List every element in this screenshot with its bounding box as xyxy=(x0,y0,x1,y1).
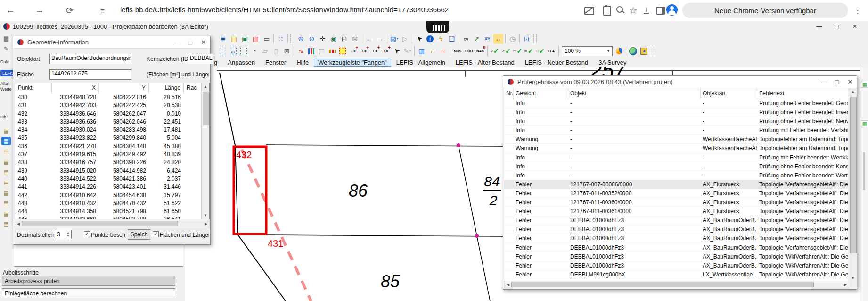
check-list-icon[interactable]: ≣✓ xyxy=(523,46,534,56)
select-dashed-icon[interactable] xyxy=(220,48,226,54)
results-table-row[interactable]: FehlerDEBBAL01000dhFz3AX_BauRaumOderB...… xyxy=(504,252,848,261)
text-move-icon[interactable]: Tx xyxy=(370,46,380,56)
col-objekt[interactable]: Objekt xyxy=(568,88,701,99)
ffa-icon[interactable]: FFA xyxy=(546,46,557,56)
check-v-icon[interactable]: v✓ xyxy=(489,46,500,56)
point-table-row[interactable]: 43033344948.7285804222.81620.516 xyxy=(15,93,209,101)
zoom-in-icon[interactable]: ⊕ xyxy=(296,34,306,44)
remote-display-icon[interactable]: ▣ xyxy=(240,34,250,44)
menu-lefis-alter-bestand[interactable]: LEFIS - Alter Bestand xyxy=(450,59,520,67)
view-back-icon[interactable]: ← xyxy=(364,34,374,44)
geometry-dialog-titlebar[interactable]: Geometrie-Information — ▢ ✕ xyxy=(13,36,210,49)
results-table-row[interactable]: FehlerDEBBAL01000dhFz3AX_BauRaumOderB...… xyxy=(504,216,848,225)
results-table-row[interactable]: FehlerDEBBAL01000dhFz3AX_BauRaumOderB...… xyxy=(504,261,848,270)
results-table-row[interactable]: Info--Prüfung mit Fehler beendet: Wertkl… xyxy=(504,153,848,162)
sidebar-layer-icon[interactable]: ▤ xyxy=(1,199,11,208)
results-table-row[interactable]: Info--Prüfung ohne Fehler beendet: Inver… xyxy=(504,108,848,117)
selection-history-icon[interactable]: ◔ xyxy=(249,46,259,56)
browser-back-icon[interactable]: ← xyxy=(4,4,17,17)
cursor-arrow-icon[interactable]: ➤ xyxy=(412,32,426,46)
red-equal-icon[interactable]: ≡ xyxy=(438,46,448,56)
full-extent-globe-icon[interactable]: ◉ xyxy=(328,34,338,44)
chrome-update-button[interactable]: Neue Chrome-Version verfügbar xyxy=(682,3,848,18)
results-table-row[interactable]: Fehler121767-011-00361/0000AX_Flurstueck… xyxy=(504,207,848,216)
dropdown-icon[interactable]: ▾ xyxy=(397,37,399,41)
results-table-row[interactable]: Fehler121767-007-00086/0000AX_Flurstueck… xyxy=(504,180,848,189)
col-laenge[interactable]: Länge xyxy=(149,83,184,93)
sidebar-layer-icon[interactable]: ▤ xyxy=(1,158,11,166)
menu-fenster[interactable]: Fenster xyxy=(260,59,291,67)
point-table-row[interactable]: 43633344921.2785804304.14845.380 xyxy=(15,142,209,150)
flaechen-checkbox[interactable]: ✓ xyxy=(153,231,159,237)
bookmark-star-icon[interactable]: ☆ xyxy=(627,4,640,17)
pan-hand-icon[interactable]: ✛ xyxy=(318,34,328,44)
draw-muted-icon[interactable]: ✎▾ xyxy=(402,46,412,56)
browser-reload-icon[interactable]: ⟳ xyxy=(63,4,76,17)
sidebar-edit-icon[interactable]: ✎ xyxy=(2,44,10,53)
zoom-page-icon[interactable] xyxy=(616,6,623,13)
check-db-icon[interactable]: ⊟✓ xyxy=(534,46,546,56)
scroll-right-icon[interactable]: ▶ xyxy=(203,222,209,226)
properties-form-icon[interactable]: ≣ xyxy=(218,34,228,44)
select-cursor-icon[interactable]: ➤ xyxy=(390,44,404,58)
col-gewicht[interactable]: Gewicht xyxy=(514,88,568,99)
geometry-maximize-button[interactable]: ▢ xyxy=(184,37,197,47)
dropdown-icon[interactable]: ▾ xyxy=(605,49,612,53)
point-table-row[interactable]: 43833344916.7575804390.22624.820 xyxy=(15,159,209,167)
point-table-header[interactable]: Punkt X Y Länge Rac xyxy=(15,83,209,93)
console-window-icon[interactable]: ▭ xyxy=(262,34,271,44)
results-table-row[interactable]: Fehler121767-011-00352/0000AX_Flurstueck… xyxy=(504,189,848,198)
topology-box-icon[interactable] xyxy=(339,48,346,54)
col-punkt[interactable]: Punkt xyxy=(15,83,52,93)
text-new-icon[interactable]: Tx xyxy=(348,46,358,56)
edge-scrollbar-thumb[interactable] xyxy=(863,152,865,190)
nas-icon[interactable]: NAS8 xyxy=(475,46,486,56)
results-dialog-titlebar[interactable]: Prüfergebnisse vom 09.03.2026 08:43 (Ver… xyxy=(503,76,857,88)
workflow-item-einlageflaeche[interactable]: Einlagefläche berechnen xyxy=(2,288,175,298)
dezimalstellen-spinner[interactable]: 3 ▲▼ xyxy=(55,230,72,239)
search-binoculars-icon[interactable]: ∞ xyxy=(461,34,471,44)
scroll-right-icon[interactable]: ▶ xyxy=(842,283,849,287)
sidebar-tab-ob[interactable]: Ob xyxy=(0,115,6,119)
app-minimize-button[interactable]: — xyxy=(810,21,828,32)
app-close-button[interactable]: ✕ xyxy=(846,21,864,32)
point-table-row[interactable]: 44233344910.6425804454.63815.797 xyxy=(15,192,209,200)
open-project-icon[interactable]: ▤ xyxy=(229,34,239,44)
results-minimize-button[interactable]: — xyxy=(817,77,830,87)
profile-avatar[interactable] xyxy=(666,4,678,16)
point-table-hscrollbar[interactable]: ◀ ▶ xyxy=(15,220,210,227)
attribute-table-icon[interactable]: ▦ xyxy=(417,46,426,56)
results-hscrollbar[interactable]: ◀ ▶ xyxy=(504,281,849,288)
col-x[interactable]: X xyxy=(52,83,99,93)
hscroll-thumb[interactable] xyxy=(22,221,178,226)
sphere-pie-icon[interactable] xyxy=(616,48,622,54)
point-table-row[interactable]: 44433344914.3585804521.79861.650 xyxy=(15,208,209,216)
polygon-select-icon[interactable]: ▷ xyxy=(400,34,410,44)
measure-ruler-icon[interactable]: ↔ xyxy=(493,34,503,44)
point-table-row[interactable]: 44133344914.2265804423.40131.446 xyxy=(15,183,209,191)
view-forward-icon[interactable]: → xyxy=(375,34,385,44)
catalog-book-icon[interactable]: ▤ xyxy=(317,46,327,56)
zoom-level-select[interactable]: 100 %▾ xyxy=(562,46,613,56)
site-settings-icon[interactable]: ≡ xyxy=(96,4,109,17)
sidebar-print-icon[interactable]: ▤ xyxy=(2,34,10,42)
results-table-row[interactable]: Info--Prüfung ohne Fehler beendet: Neuve… xyxy=(504,117,848,126)
objektart-field[interactable]: BauRaumOderBodenordnungsrech xyxy=(49,54,131,64)
browser-forward-icon[interactable]: → xyxy=(33,4,46,17)
select-green-dashed-icon[interactable] xyxy=(240,48,247,54)
history-clock-icon[interactable]: ◷ xyxy=(508,34,517,44)
menu-lefis-neuer-bestand[interactable]: LEFIS - Neuer Bestand xyxy=(520,59,593,67)
point-table-row[interactable]: 43133344942.7035804242.42520.538 xyxy=(15,101,209,109)
app-maximize-button[interactable]: ▢ xyxy=(828,21,846,32)
point-table-vscrollbar[interactable]: ▲ ▼ xyxy=(201,83,209,219)
menu-werkzeugleiste-fangen-[interactable]: Werkzeugleiste "Fangen" xyxy=(314,59,391,67)
export-selection-icon[interactable]: ⊠ xyxy=(282,46,292,56)
select-all-dashed-icon[interactable]: ALL xyxy=(230,48,237,54)
scroll-down-icon[interactable]: ▼ xyxy=(202,212,209,219)
docked-table-icon[interactable]: ▦ xyxy=(861,81,868,88)
datasource-link-icon[interactable]: ∷ xyxy=(276,34,286,44)
menu-anpassen[interactable]: Anpassen xyxy=(222,59,260,67)
sidebar-layer-icon[interactable]: ▤ xyxy=(1,220,11,228)
scroll-down-icon[interactable]: ▼ xyxy=(849,275,857,282)
dezimalstellen-value[interactable]: 3 xyxy=(57,231,60,238)
